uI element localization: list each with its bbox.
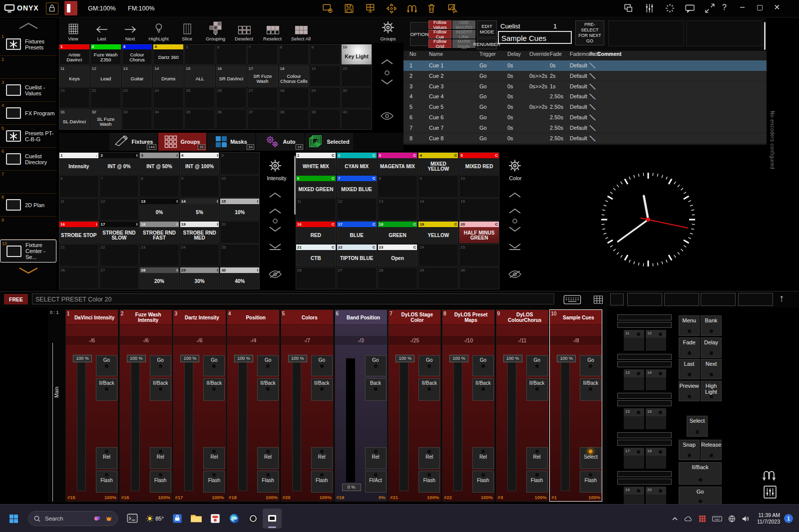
preset-cell-16[interactable]: 16CRED [296,221,336,244]
strip-header[interactable]: 1DaVinci Intensity [66,310,118,325]
strip-button-flash[interactable]: Flash [96,471,117,493]
preset-cell-27[interactable]: 27 [337,267,377,289]
group-cell-10[interactable]: 10Key Light [341,44,372,65]
strip-button-flash[interactable]: Flash [203,471,225,493]
app-onyx-active[interactable] [263,509,282,529]
mixer-sliders-icon[interactable] [644,3,655,13]
strip-header[interactable]: 5Colors [281,310,333,325]
group-cell-1[interactable]: 1Ariste Davinci [59,44,90,65]
command-slot[interactable] [627,293,662,306]
control-button-fade[interactable]: Fade [679,337,700,358]
tab-fixtures[interactable]: Fixtures144 [109,133,157,151]
follow-button-0[interactable]: Follow Values [428,20,451,29]
fader-track[interactable] [453,360,462,491]
groups-config-button[interactable]: Groups [373,18,403,43]
fader-value[interactable]: 100 % [127,355,146,362]
preset-cell-13[interactable]: 13 [378,198,418,221]
group-cell-24[interactable]: 24 [153,87,184,108]
command-slot[interactable] [701,293,736,306]
console-indicator-icon[interactable] [64,1,77,15]
grid-scroll-down-icon[interactable] [381,79,394,85]
strip-header[interactable]: 3Dartz Intensity [173,310,225,325]
rail-step-up-icon[interactable] [269,208,282,214]
expand-up-arrow[interactable]: ↑ [779,292,784,304]
preset-cell-23[interactable]: 23COpen [378,244,418,266]
strip-button-ii-back[interactable]: II/Back [311,378,333,401]
preset-cell-27[interactable]: 27 [99,267,139,289]
tray-grid-icon[interactable] [699,515,706,523]
fader-track[interactable] [400,360,408,491]
preset-cell-28[interactable]: 28 [378,267,418,289]
fader-track[interactable] [346,358,355,482]
control-button-menu[interactable]: Menu [679,315,700,336]
strip-button-fl-act[interactable]: Fl/Act [365,471,387,493]
delete-icon[interactable] [426,3,437,14]
minimize-button[interactable]: – [740,2,745,11]
bank-display-bar[interactable] [617,393,672,399]
group-cell-11[interactable]: 11Keys [59,65,90,86]
group-cell-20[interactable]: 20 [341,65,372,86]
preset-cell-19[interactable]: 19CYELLOW [418,221,458,244]
help-button[interactable]: ? [722,3,727,12]
preset-cell-17[interactable]: 17CBLUE [337,221,377,244]
group-cell-4[interactable]: 4Dartz 360 [153,44,184,65]
preset-cell-8[interactable]: 8 [378,175,418,198]
bank-display-bar[interactable] [617,479,672,485]
group-cell-3[interactable]: 3Colour Chorus [122,44,153,65]
fader-track[interactable] [184,360,193,491]
group-cell-23[interactable]: 23 [122,87,153,108]
strip-button-rel[interactable]: Rel [257,447,279,469]
preset-cell-15[interactable]: 15I10% [220,198,260,221]
cue-row-7[interactable]: 7Cue 7Go0s2.50sDefault [403,123,767,133]
search-input[interactable]: Search [28,511,118,526]
group-cell-26[interactable]: 26 [216,87,247,108]
toolbar-button-grouping[interactable]: Grouping [201,18,230,43]
app-record[interactable] [244,509,263,529]
preset-cell-29[interactable]: 29 [418,267,458,289]
flash-master-level[interactable]: FM:100% [128,5,155,12]
strip-header[interactable]: 10Sample Cues [550,310,602,325]
strip-header[interactable]: 6Band Position [335,310,387,325]
rail-up-icon[interactable] [508,192,521,198]
tab-selected[interactable]: Selected [305,133,353,151]
keyboard-icon[interactable] [563,295,581,304]
preset-cell-17[interactable]: 17ISTROBE RND SLOW [99,221,139,244]
group-cell-34[interactable]: 34 [153,109,184,130]
toolbar-button-slice[interactable]: Slice [173,18,201,43]
preset-cell-20[interactable]: 20CHALF MINUS GREEN [459,221,499,244]
chat-bubble-icon[interactable] [685,3,695,13]
gear-icon[interactable] [507,158,522,173]
control-button-snap[interactable]: Snap [679,440,700,460]
grid-scroll-dot-icon[interactable] [384,70,390,76]
app-terminal[interactable] [123,509,142,529]
control-button-go[interactable]: Go [679,487,722,506]
toolbar-button-next[interactable]: Next [116,18,144,43]
macro-button-2[interactable]: MARK toggle [452,39,475,48]
preset-cell-25[interactable]: 25 [220,244,260,266]
bank-display-bar[interactable] [617,361,672,367]
fader-value[interactable]: 100 % [396,355,414,362]
toolbar-button-last[interactable]: Last [87,18,116,43]
strip-button-rel[interactable]: Rel [203,447,225,469]
cuelist-scrollbar[interactable] [764,22,766,50]
follow-button-1[interactable]: Follow Cue [428,30,451,38]
tray-chevron-icon[interactable] [672,516,678,522]
control-button-select[interactable]: Select [687,416,708,437]
group-cell-17[interactable]: 17SR Fuze Wash [247,65,278,86]
fader-value[interactable]: 100 % [288,355,307,362]
sidebar-item-empty-7[interactable]: 7 [0,171,56,194]
control-button-high-light[interactable]: High Light [701,381,722,401]
toolbar-button-reselect[interactable]: Reselect [258,18,287,43]
group-cell-22[interactable]: 22 [90,87,121,108]
tray-keyboard-icon[interactable] [712,516,722,522]
rail-step-down-icon[interactable] [269,226,282,232]
preset-cell-13[interactable]: 13I0% [139,198,179,221]
group-cell-32[interactable]: 32SL Fuze Wash [90,109,121,130]
preset-cell-6[interactable]: 6 [59,175,99,198]
strip-button-rel[interactable]: Rel [418,447,440,469]
strip-button-rel[interactable]: Rel [311,447,333,469]
preset-cell-11[interactable]: 11 [59,198,99,221]
group-cell-8[interactable]: 8 [279,44,310,65]
preset-cell-24[interactable]: 24 [180,244,220,266]
sidebar-item-fixture-center-se[interactable]: 10Fixture Center - Se... [0,240,56,263]
